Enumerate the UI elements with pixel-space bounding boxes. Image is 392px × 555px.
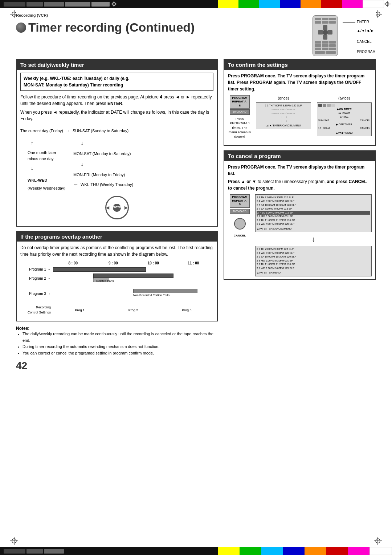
cancel-remote-dvd: DVD/CARD <box>230 209 250 214</box>
set-timer-body2: When you press ◄ repeatedly, the indicat… <box>20 109 213 122</box>
cancel-area: PROGRAMREPEAT A-B DVD/CARD CANCEL 2 3 TH… <box>228 194 372 276</box>
cancel-section: To cancel a program Press PROGRAM once. … <box>224 150 376 280</box>
set-timer-section: To set daily/weekly timer Weekly (e.g. W… <box>16 59 218 227</box>
remote-program-label: PROGRAM <box>357 48 376 56</box>
confirm-header: To confirm the settings <box>224 60 375 70</box>
mon-sat-label: MON-SAT (Monday to Saturday) <box>73 150 133 158</box>
prog2-label2: Prog.2 <box>106 307 160 313</box>
one-month-label: One month later <box>28 150 56 156</box>
time-10: 10 : 00 <box>133 260 173 266</box>
wkl-thu-label: WKL-THU (Weekly Thursday) <box>81 181 133 189</box>
prog1-label2: Prog.1 <box>53 307 106 313</box>
set-timer-header: To set daily/weekly timer <box>17 60 217 70</box>
note-1: The daily/weekly recording can be made c… <box>23 331 218 344</box>
rec-label: Recording <box>20 305 51 310</box>
confirm-screens: (once) 2 3 TH 7:00PM 9:30PM 125 SLP ----… <box>256 95 372 136</box>
confirm-section: To confirm the settings Press PROGRAM on… <box>224 59 376 146</box>
overlap-diagram: 8 : 00 9 : 00 10 : 00 11 : 00 Program 1 … <box>20 260 213 315</box>
deleted-label: Deleted Parts <box>96 279 114 283</box>
enter-button-graphic: ENTER ◄ ► <box>20 196 213 219</box>
cancel-button-circle <box>234 218 246 230</box>
weekly-wed-label: (Weekly Wednesday) <box>28 184 65 192</box>
prog3-label: Program 3 <box>29 291 46 296</box>
minus-one-label: minus one day <box>28 156 56 162</box>
confirm-body-bold: Press PROGRAM once. The TV screen displa… <box>228 73 372 92</box>
notes-section: Notes: The daily/weekly recording can be… <box>16 326 218 356</box>
overlap-header: If the programs overlap another <box>17 232 217 242</box>
note-3: You can correct or cancel the programed … <box>23 350 218 357</box>
confirm-remote: PROGRAMREPEAT A-B DVD/CARD Press PROGRAM… <box>228 95 252 139</box>
twice-label: (twice) <box>317 95 372 101</box>
overlap-section: If the programs overlap another Do not o… <box>16 231 218 321</box>
time-8: 8 : 00 <box>53 260 93 266</box>
non-rec-label: Non Recorded Portion Parts <box>133 293 170 297</box>
once-label: (once) <box>256 95 311 101</box>
notes-title: Notes: <box>16 326 218 331</box>
page-title: Timer recording (Continued) <box>16 20 311 35</box>
cancel-screen-after: 2 3 TH 7:00PM 9:30PM 125 SLP 2 4 WE 8:00… <box>255 246 372 276</box>
crosshair-top-center <box>111 1 117 7</box>
mon-fri-label: MON-FRI (Monday to Friday) <box>73 171 133 179</box>
title-bullet <box>16 23 26 33</box>
prog3-label2: Prog.3 <box>160 307 213 313</box>
cancel-header: To cancel a program <box>224 151 375 161</box>
program-note: Press PROGRAM 3 times. The menu screen i… <box>228 117 252 139</box>
time-11: 11 : 00 <box>173 260 214 266</box>
set-timer-body1: Follow the procedure of timer recording … <box>20 94 213 107</box>
sun-sat-label: SUN-SAT (Sunday to Saturday) <box>73 127 128 135</box>
remote-arrows-label: ▲/▼/◄/► <box>357 27 374 35</box>
remote-cancel-label: CANCEL <box>357 38 372 46</box>
screen1-row0: 2 3 TH 7:00PM 9:30PM 125 SLP <box>257 104 310 108</box>
wkl-wed-label: WKL-WED <box>28 178 47 182</box>
prog2-label: Program 2 <box>29 276 46 281</box>
ctrl-label: Control Settings <box>20 310 51 315</box>
crosshair-top-right <box>384 1 391 7</box>
arrow-diagram: The current day (Friday) → SUN-SAT (Sund… <box>20 126 213 192</box>
cancel-remote-program: PROGRAMREPEAT A-B <box>230 194 250 208</box>
weekly-warning: Weekly (e.g. WKL-TUE: each Tuesday) or d… <box>20 73 213 91</box>
cancel-body-text2: Press ▲ or ▼ to select the unnecessary p… <box>228 178 372 191</box>
time-9: 9 : 00 <box>93 260 134 266</box>
page-number: 42 <box>16 360 218 372</box>
overlap-body: Do not overlap timer programs as portion… <box>20 244 213 258</box>
prog1-label: Program 1 <box>29 267 46 272</box>
current-day-label: The current day (Friday) <box>20 127 63 135</box>
cancel-screen-before: 2 3 TH 7:00PM 9:30PM 125 SLP 2 4 WE 8:00… <box>255 194 372 232</box>
arrow-down: ↓ <box>255 234 372 244</box>
cancel-label: CANCEL <box>234 234 246 238</box>
note-2: During timer recording the automatic rew… <box>23 344 218 350</box>
remote-enter-label: ENTER <box>357 18 369 26</box>
remote-diagram: ENTER ▲/▼/◄/► CANCEL PROGRAM <box>311 15 376 56</box>
cancel-body-bold: Press PROGRAM once. The TV screen displa… <box>228 164 372 177</box>
